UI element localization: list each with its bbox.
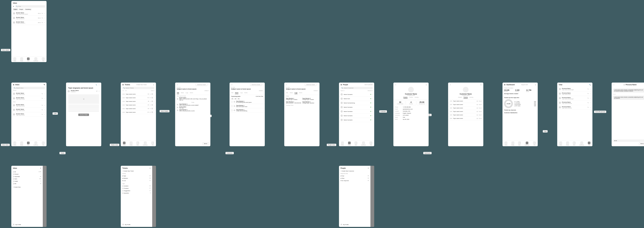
tab-chat[interactable]: ▢Chat <box>42 58 44 61</box>
menu-item[interactable]: ● Fast30 <box>340 175 369 177</box>
tab-tasks[interactable]: Tasks <box>235 92 238 94</box>
tab-tickets[interactable]: ▢Tickets <box>123 142 126 145</box>
person-row[interactable]: Name Surname› <box>339 105 374 109</box>
send-button[interactable]: Send ▸ <box>202 143 209 145</box>
tab-inbox[interactable]: ▢Inbox <box>573 142 576 145</box>
add-customer-link[interactable]: Add Customer <box>364 84 373 85</box>
f3[interactable]: ▾ <box>238 98 240 100</box>
filter-topics[interactable]: Topics <box>13 9 18 10</box>
menu-item[interactable]: ▢ Sent567 <box>13 178 41 180</box>
chat-item[interactable]: Persona NameTopic name loremlongitt✎⋯ <box>557 87 592 91</box>
use-as-ticket-button[interactable]: Use As a Ticket <box>78 113 89 116</box>
f2[interactable]: ▾ <box>234 98 237 100</box>
menu-item[interactable]: ▢ Drafts5 <box>13 180 41 182</box>
menu-item[interactable]: ● No response30 <box>340 179 369 182</box>
person-row[interactable]: Name Surname› <box>339 109 374 113</box>
inbox-item[interactable]: Sender NameTopic name lorem ipsum09:41✎⋯ <box>11 11 46 16</box>
back-icon[interactable]: ← <box>177 84 178 85</box>
search[interactable]: 🔍Search Inbox <box>13 87 45 89</box>
filter-people[interactable]: People <box>18 9 24 10</box>
create-link[interactable]: Create New Ticket <box>136 84 146 85</box>
reply-icon[interactable]: ↩ <box>96 90 98 92</box>
export-link[interactable]: Export CSV <box>521 84 528 85</box>
tab-tickets[interactable]: Tickets <box>464 97 468 99</box>
tab-tasks[interactable]: Tasks <box>181 92 184 94</box>
details-link[interactable]: Details ▾ <box>175 90 210 91</box>
ticket-row[interactable]: 1234Topic name loremClos ▾ <box>448 113 483 117</box>
tab-chat[interactable]: ▢Chat <box>533 142 536 145</box>
tab-tickets[interactable]: ▢Tickets <box>13 58 16 61</box>
menu-item[interactable]: ● Slow30 <box>340 177 369 179</box>
attach-icon[interactable]: 📎 <box>96 84 97 85</box>
tab-notes[interactable]: Notes <box>244 92 248 94</box>
menu-item[interactable]: ▢ Bin10 <box>13 182 41 185</box>
compose-icon[interactable]: ✎ <box>44 84 45 85</box>
chat-item[interactable]: Persona NameTopic name lorem✎⋯ <box>557 91 592 96</box>
ticket-row[interactable]: 1234Topic name loremM› <box>121 110 156 114</box>
tab-people[interactable]: ▢People <box>566 142 569 145</box>
ticket-row[interactable]: 1234Topic name loremM› <box>121 96 156 99</box>
inbox-item[interactable]: Sender NameTopic name lorem✎⋯ <box>11 91 46 96</box>
search-icon[interactable]: 🔍 <box>589 84 591 85</box>
create-new[interactable]: + Create New Ticket <box>122 170 150 172</box>
menu-item[interactable]: ▢ Suggestion11 <box>122 190 150 192</box>
menu-item[interactable]: ▢ Question3 <box>122 192 150 194</box>
tab-activity[interactable]: Activity <box>414 97 418 99</box>
chat-item[interactable]: Persona NameTopic name loremsit✎⋯ <box>557 100 592 105</box>
tab-tickets[interactable]: Tickets <box>409 97 413 99</box>
menu-item[interactable]: ● Medium30 <box>122 177 150 179</box>
ticket-row[interactable]: 1234Topic name loremH› <box>121 107 156 110</box>
tab-activity[interactable]: Activity <box>469 97 473 99</box>
tab-dashboard[interactable]: ▢Dashboard <box>143 142 148 145</box>
search-field[interactable]: 🔍Prob <box>15 5 45 8</box>
task-item[interactable]: Team Member 1Do something else lorem ips… <box>230 100 265 104</box>
tab-inbox[interactable]: ▢Inbox <box>27 58 30 61</box>
submit-closed[interactable]: Submit as Closed <box>305 83 316 86</box>
menu-item[interactable]: ● Low31 <box>122 179 150 182</box>
tab-people[interactable]: ▢People <box>20 142 23 145</box>
inbox-item[interactable]: Sender NameTopic name lorem✎⋯ <box>11 112 46 117</box>
ticket-row[interactable]: 1234Topic name loremH› <box>121 92 156 96</box>
inbox-item[interactable]: Sender NameTopic problemem09:41✎⋯ <box>11 16 46 20</box>
tab-inbox[interactable]: ▢Inbox <box>136 142 139 145</box>
ticket-row[interactable]: 1234Topic name loremClos ▾ <box>448 99 483 103</box>
tab-inbox[interactable]: ▢Inbox <box>27 142 30 145</box>
tab-details[interactable]: Details <box>404 97 408 99</box>
tab-dashboard[interactable]: ▢Dashboard <box>525 142 529 145</box>
details-link[interactable]: Details <box>259 90 262 91</box>
tab-dashboard[interactable]: ▢Dashboard <box>580 142 584 145</box>
back-icon[interactable]: ← <box>231 84 233 85</box>
profile[interactable]: My Profile <box>343 224 349 225</box>
ticket-row[interactable]: 1234Topic name loremClos ▾ <box>448 103 483 106</box>
menu-icon[interactable]: ☰ <box>504 84 506 85</box>
close-icon[interactable]: ✕ <box>368 168 369 169</box>
tab-talk[interactable]: Talk <box>177 92 179 94</box>
profile[interactable]: My Profile <box>125 224 130 225</box>
task-item[interactable]: Team Member 1Create new something <box>230 108 265 112</box>
tab-chat[interactable]: ▢Chat <box>42 142 44 145</box>
ticket-row[interactable]: 1234Topic name loremL› <box>121 99 156 103</box>
task-item[interactable]: Team Member 1Else lorem ipsum dolor <box>230 104 265 108</box>
tab-people[interactable]: ▢People <box>130 142 132 145</box>
col-when[interactable]: Whenev ▾ <box>368 90 373 91</box>
tab-logs[interactable]: Logs <box>186 92 188 94</box>
person-row[interactable]: Name Sum› <box>339 97 374 101</box>
input[interactable]: aa aa <box>613 140 644 142</box>
create-new[interactable]: + Create New Customer <box>340 170 369 172</box>
profile[interactable]: My Profile <box>16 224 21 225</box>
menu-icon[interactable]: ☰ <box>13 84 14 85</box>
menu-item[interactable]: ● High30 <box>122 175 150 177</box>
tab-tickets[interactable]: ▢Tickets <box>504 142 508 145</box>
chat-item[interactable]: Persona NameTopic name loremlongvr✎⋯ <box>557 96 592 100</box>
tab-dashboard[interactable]: ▢Dashboard <box>34 58 38 61</box>
back-icon[interactable]: ← <box>613 84 615 85</box>
col-t[interactable]: T ▾ <box>122 90 124 91</box>
send-button[interactable]: Send ▸ <box>639 143 644 145</box>
inbox-item[interactable]: Sender NameTopic name lorem✎⋯ <box>11 96 46 101</box>
close-icon[interactable]: ✕ <box>40 168 41 169</box>
f1[interactable]: ▾ <box>231 98 234 100</box>
menu-icon[interactable]: ☰ <box>340 84 342 85</box>
chat-item[interactable]: Persona NameTopic name loremsit✎⋯ <box>557 105 592 110</box>
filter-something[interactable]: Something <box>24 9 32 10</box>
ticket-row[interactable]: 1234Topic name loremClos ▾ <box>448 106 483 110</box>
